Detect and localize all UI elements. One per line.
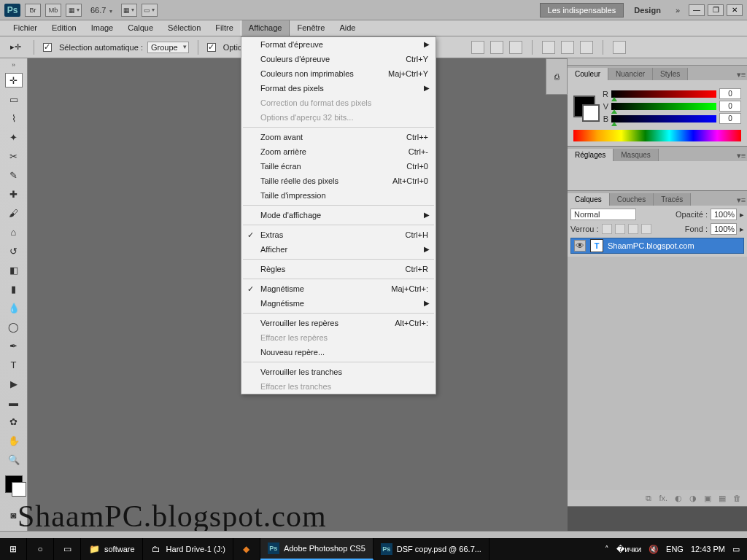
taskbar-item[interactable]: ▭ — [54, 538, 81, 560]
menuitem[interactable]: Afficher▶ — [241, 242, 436, 257]
align-icon[interactable] — [509, 41, 522, 54]
menuitem[interactable]: Mode d'affichage▶ — [241, 208, 436, 222]
new-layer-icon[interactable]: ▦ — [719, 494, 726, 503]
taskbar-item[interactable]: ○ — [27, 538, 54, 560]
menuitem[interactable]: Couleurs non imprimablesMaj+Ctrl+Y — [241, 66, 436, 81]
blur-tool[interactable]: 💧 — [5, 300, 23, 315]
layer-mask-icon[interactable]: ◐ — [675, 494, 682, 503]
language-indicator[interactable]: ENG — [666, 545, 684, 553]
close-icon[interactable]: ✕ — [727, 4, 743, 16]
tab-nuancier[interactable]: Nuancier — [608, 68, 653, 80]
lasso-tool[interactable]: ⌇ — [5, 111, 23, 125]
visibility-icon[interactable]: 👁 — [574, 240, 586, 252]
menuitem[interactable]: ✓MagnétismeMaj+Ctrl+: — [241, 281, 436, 296]
distribute-icon[interactable] — [580, 41, 593, 54]
foreground-background-swatch[interactable] — [5, 475, 23, 493]
panel-menu-icon[interactable]: ▾≡ — [735, 69, 747, 80]
hue-ramp[interactable] — [573, 130, 741, 141]
path-tool[interactable]: ▶ — [5, 376, 23, 391]
color-slider[interactable] — [611, 90, 716, 98]
menu-fichier[interactable]: Fichier — [6, 20, 44, 36]
distribute-icon[interactable] — [561, 41, 574, 54]
arrange-docs-button[interactable]: ▦▾ — [66, 4, 82, 17]
auto-align-icon[interactable] — [613, 41, 626, 54]
opacity-input[interactable]: 100% — [711, 209, 737, 220]
workspace-design-button[interactable]: Design — [628, 6, 667, 15]
panel-menu-icon[interactable]: ▾≡ — [735, 149, 747, 161]
dodge-tool[interactable]: ◯ — [5, 319, 23, 334]
marquee-tool[interactable]: ▭ — [5, 92, 23, 106]
channel-value-input[interactable]: 0 — [719, 113, 741, 124]
lock-transparent-icon[interactable] — [602, 224, 612, 234]
adjustment-layer-icon[interactable]: ◑ — [689, 494, 697, 503]
menuitem[interactable]: Format des pixels▶ — [241, 81, 436, 96]
taskbar-item[interactable]: ⊞ — [0, 538, 27, 560]
auto-select-target[interactable]: Groupe — [147, 42, 189, 53]
tab-calques[interactable]: Calques — [568, 193, 610, 206]
delete-layer-icon[interactable]: 🗑 — [733, 494, 741, 502]
move-tool[interactable]: ✛ — [5, 73, 23, 88]
menuitem[interactable]: Taille écranCtrl+0 — [241, 159, 436, 174]
align-icon[interactable] — [490, 41, 503, 54]
layer-row[interactable]: 👁 T ShaamPC.blogspot.com — [570, 238, 744, 254]
menuitem[interactable]: Zoom arrièreCtrl+- — [241, 144, 436, 159]
taskbar-item[interactable]: 🗀Hard Drive-1 (J:) — [143, 538, 233, 560]
shape-tool[interactable]: ▬ — [5, 395, 23, 410]
tab-tracés[interactable]: Tracés — [654, 193, 691, 206]
tray-chevron-icon[interactable]: ˄ — [605, 545, 609, 554]
menuitem[interactable]: Verrouiller les repèresAlt+Ctrl+: — [241, 316, 436, 330]
menuitem[interactable]: Magnétisme▶ — [241, 296, 436, 311]
menu-fenêtre[interactable]: Fenêtre — [290, 20, 332, 36]
clock[interactable]: 12:43 PM — [691, 545, 725, 553]
history-brush-tool[interactable]: ↺ — [5, 244, 23, 258]
minimize-icon[interactable]: — — [689, 4, 705, 16]
photoshop-icon[interactable]: Ps — [4, 4, 20, 17]
menu-aide[interactable]: Aide — [332, 20, 363, 36]
group-icon[interactable]: ▣ — [704, 494, 711, 503]
3d-tool[interactable]: ✿ — [5, 414, 23, 429]
color-slider[interactable] — [611, 103, 716, 110]
fill-flyout-icon[interactable]: ▸ — [740, 225, 744, 234]
workspace-essentials-button[interactable]: Les indispensables — [540, 3, 624, 18]
tab-couleur[interactable]: Couleur — [568, 68, 608, 80]
tab-masques[interactable]: Masques — [614, 149, 659, 161]
notifications-icon[interactable]: ▭ — [732, 545, 740, 554]
move-tool-preset[interactable]: ▸✛ — [6, 39, 25, 55]
taskbar-item[interactable]: PsAdobe Photoshop CS5 — [260, 538, 374, 560]
layer-fx-icon[interactable]: fx. — [659, 494, 667, 502]
healing-tool[interactable]: ✚ — [5, 187, 23, 201]
align-icon[interactable] — [471, 41, 484, 54]
hand-tool[interactable]: ✋ — [5, 433, 23, 448]
wand-tool[interactable]: ✦ — [5, 130, 23, 144]
brush-tool[interactable]: 🖌 — [5, 206, 23, 220]
color-swatch-icon[interactable] — [573, 96, 595, 117]
menuitem[interactable]: Taille d'impression — [241, 188, 436, 203]
menuitem[interactable]: Couleurs d'épreuveCtrl+Y — [241, 52, 436, 66]
zoom-tool[interactable]: 🔍 — [5, 452, 23, 467]
link-layers-icon[interactable]: ⧉ — [646, 494, 651, 503]
pen-tool[interactable]: ✒ — [5, 338, 23, 353]
stamp-tool[interactable]: ⌂ — [5, 225, 23, 239]
fill-input[interactable]: 100% — [711, 223, 737, 235]
color-slider[interactable] — [611, 115, 716, 122]
screen-mode-button[interactable]: ▭▾ — [142, 4, 158, 17]
distribute-icon[interactable] — [542, 41, 555, 54]
eyedropper-tool[interactable]: ✎ — [5, 168, 23, 182]
volume-icon[interactable]: 🔇 — [649, 545, 659, 554]
menuitem[interactable]: RèglesCtrl+R — [241, 262, 436, 276]
gradient-tool[interactable]: ▮ — [5, 281, 23, 296]
menuitem[interactable]: Verrouiller les tranches — [241, 365, 436, 379]
restore-icon[interactable]: ❐ — [708, 4, 724, 16]
view-extras-button[interactable]: ▦▾ — [121, 4, 137, 17]
taskbar-item[interactable]: 📁software — [81, 538, 143, 560]
menu-edition[interactable]: Edition — [44, 20, 84, 36]
opacity-flyout-icon[interactable]: ▸ — [740, 210, 744, 219]
tab-réglages[interactable]: Réglages — [568, 149, 614, 161]
tab-couches[interactable]: Couches — [610, 193, 654, 206]
type-tool[interactable]: T — [5, 357, 23, 372]
menuitem[interactable]: ✓ExtrasCtrl+H — [241, 228, 436, 242]
menu-sélection[interactable]: Sélection — [160, 20, 208, 36]
channel-value-input[interactable]: 0 — [719, 101, 741, 112]
minibridge-button[interactable]: Mb — [45, 4, 61, 17]
transform-controls-checkbox[interactable] — [207, 43, 216, 52]
